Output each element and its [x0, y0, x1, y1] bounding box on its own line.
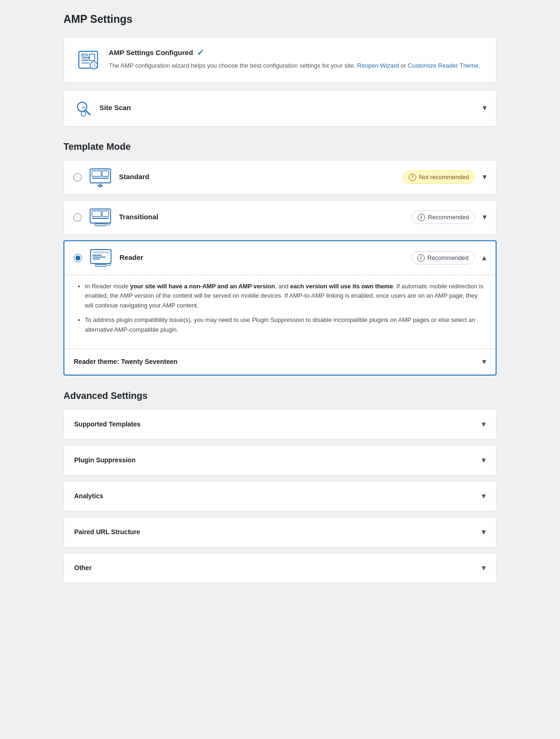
analytics-header[interactable]: Analytics ▾: [64, 481, 496, 511]
amp-configured-text: AMP Settings Configured ✓ The AMP config…: [109, 47, 480, 70]
svg-rect-12: [92, 171, 101, 176]
svg-text:⋮: ⋮: [92, 63, 97, 68]
supported-templates-card: Supported Templates ▾: [63, 409, 497, 439]
transitional-mode-label: Transitional: [119, 212, 412, 223]
reader-description-list: In Reader mode your site will have a non…: [76, 282, 484, 335]
reader-theme-row[interactable]: Reader theme: Twenty Seventeen ▾: [64, 349, 496, 375]
reader-mode-label: Reader: [119, 252, 411, 263]
transitional-mode-row[interactable]: Transitional i Recommended ▾: [64, 201, 496, 234]
svg-rect-14: [102, 171, 109, 176]
analytics-card: Analytics ▾: [63, 481, 497, 511]
plugin-suppression-header[interactable]: Plugin Suppression ▾: [64, 446, 496, 475]
other-chevron: ▾: [482, 562, 486, 574]
transitional-radio[interactable]: [73, 213, 82, 222]
reader-theme-label: Reader theme: Twenty Seventeen: [74, 357, 177, 367]
paired-url-chevron: ▾: [482, 526, 486, 538]
svg-rect-27: [92, 257, 105, 258]
reopen-wizard-link[interactable]: Reopen Wizard: [357, 62, 399, 69]
svg-rect-28: [92, 258, 100, 259]
standard-mode-row[interactable]: Standard ! Not recommended ▾: [64, 160, 496, 194]
plugin-suppression-chevron: ▾: [482, 454, 486, 467]
svg-rect-21: [95, 224, 106, 226]
reader-mode-row[interactable]: Reader i Recommended ▴: [64, 241, 496, 275]
paired-url-title: Paired URL Structure: [74, 527, 140, 537]
transitional-badge: i Recommended: [412, 210, 475, 224]
customize-reader-theme-link[interactable]: Customize Reader Theme: [408, 62, 479, 69]
amp-configured-card: ⋮ AMP Settings Configured ✓ The AMP conf…: [63, 37, 497, 83]
svg-rect-26: [92, 255, 102, 256]
reader-radio[interactable]: [74, 254, 82, 262]
amp-configured-title: AMP Settings Configured ✓: [109, 47, 480, 59]
standard-chevron: ▾: [483, 171, 487, 183]
plugin-suppression-card: Plugin Suppression ▾: [63, 445, 497, 475]
svg-rect-29: [95, 265, 106, 266]
analytics-chevron: ▾: [482, 490, 486, 502]
analytics-title: Analytics: [74, 491, 103, 501]
reader-mode-card: Reader i Recommended ▴ In Reader mode yo…: [63, 240, 497, 376]
page-wrapper: AMP Settings ⋮ AMP Settings Configured: [56, 0, 504, 607]
svg-rect-1: [82, 54, 87, 56]
check-icon: ✓: [197, 47, 204, 59]
svg-rect-18: [92, 211, 101, 216]
reader-chevron: ▴: [482, 251, 486, 264]
page-title: AMP Settings: [63, 11, 497, 28]
other-title: Other: [74, 563, 91, 573]
site-scan-title: Site Scan: [99, 103, 483, 113]
standard-badge: ! Not recommended: [403, 170, 475, 184]
site-scan-accordion: Site Scan ▾: [63, 90, 497, 126]
reader-mode-icon: [89, 248, 113, 268]
info-icon: i: [418, 214, 425, 221]
other-header[interactable]: Other ▾: [64, 553, 496, 583]
paired-url-card: Paired URL Structure ▾: [63, 517, 497, 547]
standard-mode-icon: [88, 167, 112, 188]
warn-icon: !: [409, 174, 416, 181]
svg-rect-4: [89, 54, 95, 61]
reader-info-icon: i: [417, 254, 425, 262]
paired-url-header[interactable]: Paired URL Structure ▾: [64, 517, 496, 547]
svg-rect-13: [92, 178, 109, 179]
site-scan-chevron: ▾: [483, 102, 487, 114]
reader-bullet-2: To address plugin compatibility issue(s)…: [85, 315, 484, 335]
standard-radio[interactable]: [73, 173, 82, 181]
reader-expanded-content: In Reader mode your site will have a non…: [64, 275, 496, 349]
amp-settings-icon: ⋮: [75, 47, 101, 73]
plugin-suppression-title: Plugin Suppression: [74, 455, 135, 465]
reader-theme-chevron: ▾: [482, 356, 486, 368]
svg-rect-25: [92, 251, 109, 253]
standard-mode-label: Standard: [119, 172, 403, 182]
reader-badge: i Recommended: [411, 251, 475, 265]
advanced-settings-title: Advanced Settings: [63, 389, 497, 403]
svg-rect-20: [102, 211, 109, 216]
standard-mode-card: Standard ! Not recommended ▾: [63, 160, 497, 195]
other-card: Other ▾: [63, 553, 497, 583]
template-mode-title: Template Mode: [63, 139, 497, 153]
supported-templates-header[interactable]: Supported Templates ▾: [64, 410, 496, 439]
transitional-chevron: ▾: [483, 211, 487, 223]
transitional-mode-icon: [88, 207, 112, 228]
site-scan-icon: [73, 98, 94, 119]
amp-configured-description: The AMP configuration wizard helps you c…: [109, 61, 480, 70]
svg-rect-3: [82, 60, 88, 61]
svg-point-10: [81, 112, 86, 116]
transitional-mode-card: Transitional i Recommended ▾: [63, 200, 497, 235]
supported-templates-title: Supported Templates: [74, 419, 140, 429]
reader-bullet-1: In Reader mode your site will have a non…: [85, 282, 484, 311]
svg-rect-19: [92, 218, 109, 219]
site-scan-header[interactable]: Site Scan ▾: [64, 91, 496, 126]
supported-templates-chevron: ▾: [482, 418, 486, 431]
